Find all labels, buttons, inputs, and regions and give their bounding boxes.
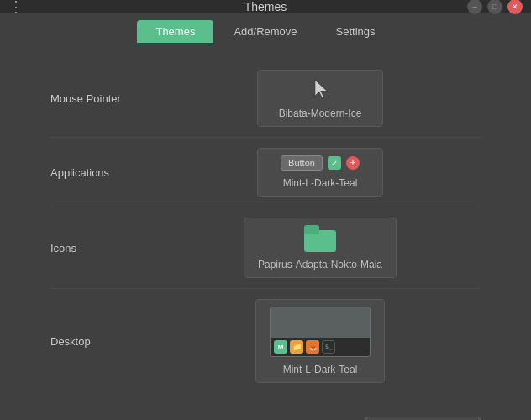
mouse-pointer-theme-name: Bibata-Modern-Ice bbox=[279, 108, 362, 119]
files-icon: 📁 bbox=[290, 340, 303, 354]
applications-box[interactable]: Button ✓ + Mint-L-Dark-Teal bbox=[257, 148, 383, 197]
applications-label: Applications bbox=[50, 166, 160, 179]
close-button[interactable]: ✕ bbox=[507, 0, 523, 14]
titlebar-left: ⋮ bbox=[8, 0, 24, 16]
maximize-button[interactable]: □ bbox=[487, 0, 502, 14]
mouse-pointer-box[interactable]: Bibata-Modern-Ice bbox=[257, 70, 383, 127]
content-area: Mouse Pointer Bibata-Modern-Ice Applicat… bbox=[0, 43, 531, 410]
simplified-settings-button[interactable]: Simplified settings... bbox=[365, 417, 481, 420]
applications-preview[interactable]: Button ✓ + Mint-L-Dark-Teal bbox=[160, 148, 481, 197]
icons-label: Icons bbox=[50, 242, 160, 255]
icons-preview[interactable]: Papirus-Adapta-Nokto-Maia bbox=[160, 218, 481, 278]
tab-bar: Themes Add/Remove Settings bbox=[0, 13, 531, 43]
window-title: Themes bbox=[244, 0, 287, 13]
desktop-preview[interactable]: M 📁 🦊 $_ Mint-L-Dark-Teal bbox=[160, 299, 481, 383]
cursor-svg bbox=[311, 77, 329, 101]
footer: Simplified settings... bbox=[0, 410, 531, 420]
desktop-theme-name: Mint-L-Dark-Teal bbox=[283, 364, 358, 375]
mouse-pointer-preview[interactable]: Bibata-Modern-Ice bbox=[160, 70, 481, 127]
titlebar: ⋮ Themes – □ ✕ bbox=[0, 0, 531, 13]
firefox-icon: 🦊 bbox=[306, 340, 319, 354]
folder-icon bbox=[304, 225, 336, 252]
desktop-box[interactable]: M 📁 🦊 $_ Mint-L-Dark-Teal bbox=[255, 299, 385, 383]
applications-row: Applications Button ✓ + Mint-L-Dark-Teal bbox=[50, 138, 481, 207]
mouse-pointer-label: Mouse Pointer bbox=[50, 92, 160, 105]
desktop-miniature: M 📁 🦊 $_ bbox=[270, 307, 371, 357]
apps-icons: Button ✓ + bbox=[281, 155, 360, 171]
icons-theme-name: Papirus-Adapta-Nokto-Maia bbox=[258, 259, 382, 270]
tab-add-remove[interactable]: Add/Remove bbox=[215, 20, 315, 43]
check-icon: ✓ bbox=[328, 156, 341, 170]
menu-icon[interactable]: ⋮ bbox=[8, 0, 24, 16]
add-icon: + bbox=[346, 156, 360, 170]
desktop-row: Desktop M 📁 🦊 $_ Mint-L-Dark-Teal bbox=[50, 289, 481, 393]
button-preview: Button bbox=[281, 155, 323, 171]
applications-theme-name: Mint-L-Dark-Teal bbox=[283, 177, 358, 189]
main-window: ⋮ Themes – □ ✕ Themes Add/Remove Setting… bbox=[0, 0, 531, 420]
tab-settings[interactable]: Settings bbox=[318, 20, 394, 43]
desktop-label: Desktop bbox=[50, 335, 160, 348]
tab-themes[interactable]: Themes bbox=[137, 20, 213, 43]
cursor-icon bbox=[308, 77, 332, 101]
desktop-taskbar: M 📁 🦊 $_ bbox=[271, 338, 370, 356]
svg-marker-0 bbox=[315, 80, 328, 99]
mint-logo-icon: M bbox=[274, 340, 287, 354]
minimize-button[interactable]: – bbox=[467, 0, 482, 14]
terminal-icon: $_ bbox=[322, 340, 335, 354]
mouse-pointer-row: Mouse Pointer Bibata-Modern-Ice bbox=[50, 60, 481, 138]
icons-box[interactable]: Papirus-Adapta-Nokto-Maia bbox=[244, 218, 397, 278]
icons-row: Icons Papirus-Adapta-Nokto-Maia bbox=[50, 207, 481, 289]
window-controls: – □ ✕ bbox=[467, 0, 523, 14]
